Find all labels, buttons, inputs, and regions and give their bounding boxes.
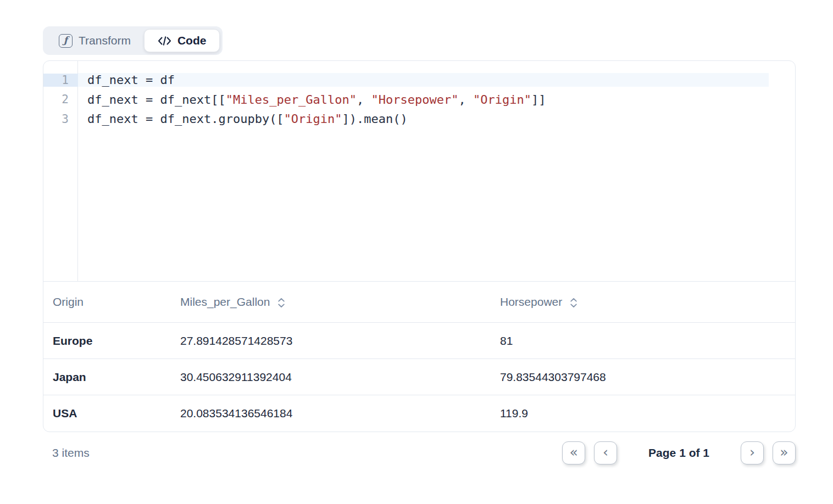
page-indicator: Page 1 of 1 xyxy=(648,446,709,460)
table-cell: USA xyxy=(43,407,171,420)
view-switcher-tabbar: ƒ Transform Code xyxy=(43,26,223,55)
tab-transform[interactable]: ƒ Transform xyxy=(46,29,144,52)
items-count: 3 items xyxy=(43,446,90,460)
prev-page-button[interactable]: ‹ xyxy=(594,441,617,464)
line-number: 3 xyxy=(43,113,78,126)
next-page-button[interactable]: › xyxy=(741,441,764,464)
code-line-content: df_next = df_next.groupby(["Origin"]).me… xyxy=(78,112,408,126)
last-page-button[interactable]: » xyxy=(773,441,796,464)
table-row: Europe27.89142857142857381 xyxy=(43,323,795,359)
table-header-row: OriginMiles_per_GallonHorsepower xyxy=(43,282,795,323)
code-brackets-icon xyxy=(158,35,171,47)
chevron-left-icon: ‹ xyxy=(603,445,608,459)
table-footer: 3 items « ‹ Page 1 of 1 › » xyxy=(43,441,796,464)
tab-transform-label: Transform xyxy=(79,34,131,47)
code-token: df_next = df_next[[ xyxy=(87,93,226,107)
function-icon: ƒ xyxy=(59,34,73,48)
column-header-horsepower[interactable]: Horsepower xyxy=(491,295,795,309)
double-chevron-left-icon: « xyxy=(569,445,577,459)
table-row: USA20.083534136546184119.9 xyxy=(43,395,795,432)
double-chevron-right-icon: » xyxy=(780,445,788,459)
string-token: "Origin" xyxy=(473,93,531,107)
table-body: Europe27.89142857142857381Japan30.450632… xyxy=(43,323,795,432)
table-row: Japan30.45063291139240479.83544303797468 xyxy=(43,359,795,395)
chevron-right-icon: › xyxy=(749,445,755,459)
table-cell: 119.9 xyxy=(491,407,795,420)
column-header-label: Miles_per_Gallon xyxy=(180,295,270,309)
table-cell: 27.891428571428573 xyxy=(171,334,491,348)
code-token: df_next = df_next.groupby([ xyxy=(87,112,284,126)
table-cell: Europe xyxy=(43,334,171,348)
code-line[interactable]: 2df_next = df_next[["Miles_per_Gallon", … xyxy=(43,90,795,110)
first-page-button[interactable]: « xyxy=(562,441,585,464)
code-line[interactable]: 3df_next = df_next.groupby(["Origin"]).m… xyxy=(43,109,795,129)
code-token: , xyxy=(459,93,474,107)
code-line[interactable]: 1df_next = df xyxy=(43,70,795,90)
table-cell: 79.83544303797468 xyxy=(491,371,795,384)
main-panel: 1df_next = df2df_next = df_next[["Miles_… xyxy=(43,60,796,432)
code-line-content: df_next = df xyxy=(78,73,769,87)
column-header-miles_per_gallon[interactable]: Miles_per_Gallon xyxy=(171,295,491,309)
column-header-label: Origin xyxy=(53,295,84,309)
code-token: , xyxy=(357,93,371,107)
code-token: df_next = df xyxy=(87,73,175,87)
code-line-content: df_next = df_next[["Miles_per_Gallon", "… xyxy=(78,93,546,107)
column-header-label: Horsepower xyxy=(500,295,562,309)
code-editor[interactable]: 1df_next = df2df_next = df_next[["Miles_… xyxy=(43,61,795,281)
string-token: "Origin" xyxy=(284,112,342,126)
code-token: ]).mean() xyxy=(342,112,408,126)
string-token: "Miles_per_Gallon" xyxy=(226,93,357,107)
table-cell: 81 xyxy=(491,334,795,348)
line-number: 2 xyxy=(43,93,78,106)
line-number: 1 xyxy=(43,74,78,87)
column-header-origin: Origin xyxy=(43,295,171,309)
string-token: "Horsepower" xyxy=(371,93,459,107)
pagination: « ‹ Page 1 of 1 › » xyxy=(562,441,796,464)
table-cell: 20.083534136546184 xyxy=(171,407,491,420)
tab-code[interactable]: Code xyxy=(144,29,220,52)
table-cell: Japan xyxy=(43,371,171,384)
code-token: ]] xyxy=(531,93,546,107)
result-table: OriginMiles_per_GallonHorsepower Europe2… xyxy=(43,281,795,432)
tab-code-label: Code xyxy=(177,34,207,47)
sort-icon[interactable] xyxy=(570,296,577,308)
table-cell: 30.450632911392404 xyxy=(171,371,491,384)
sort-icon[interactable] xyxy=(277,296,285,308)
